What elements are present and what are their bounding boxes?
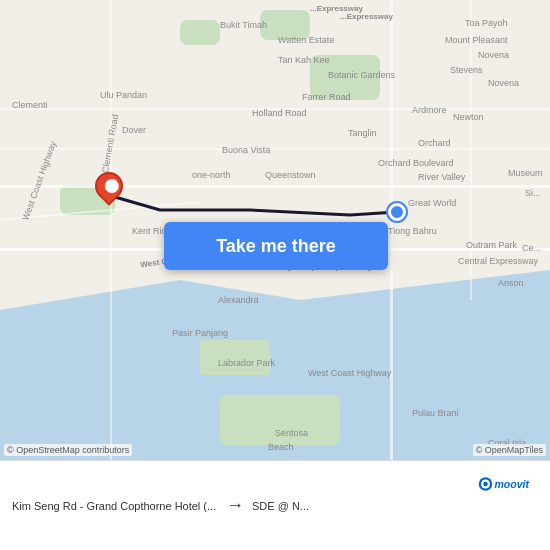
label-great-world: Great World — [408, 198, 456, 208]
omt-attribution: © OpenMapTiles — [473, 444, 546, 456]
label-si: Si... — [525, 188, 541, 198]
moovit-logo: moovit — [478, 469, 538, 499]
park-labrador — [200, 340, 270, 375]
park-sentosa — [220, 395, 340, 445]
label-mount-pleasant: Mount Pleasant — [445, 35, 508, 45]
pin-body — [89, 166, 129, 206]
logo-circle-dot — [483, 482, 488, 487]
label-ulu-pandan: Ulu Pandan — [100, 90, 147, 100]
label-novena2: Novena — [488, 78, 519, 88]
label-ardmore: Ardmore — [412, 105, 447, 115]
footer-arrow: → — [226, 495, 244, 516]
label-tiong-bahru: Tiong Bahru — [388, 226, 437, 236]
footer: Kim Seng Rd - Grand Copthorne Hotel (...… — [0, 460, 550, 550]
map-background: Bukit Timah Watten Estate Toa Payoh Moun… — [0, 0, 550, 460]
label-river-valley: River Valley — [418, 172, 465, 182]
label-one-north: one-north — [192, 170, 231, 180]
label-exp-top: ...Expressway — [310, 4, 363, 13]
footer-route: Kim Seng Rd - Grand Copthorne Hotel (...… — [12, 495, 538, 516]
label-orchard: Orchard — [418, 138, 451, 148]
park-botanic — [310, 55, 380, 100]
moovit-logo-svg: moovit — [478, 469, 538, 499]
svg-text:moovit: moovit — [495, 478, 530, 490]
label-queenstown: Queenstown — [265, 170, 316, 180]
label-exp-top2: ...Expressway — [340, 12, 393, 21]
map-container: Bukit Timah Watten Estate Toa Payoh Moun… — [0, 0, 550, 460]
footer-origin: Kim Seng Rd - Grand Copthorne Hotel (... — [12, 500, 218, 512]
osm-attribution: © OpenStreetMap contributors — [4, 444, 132, 456]
take-me-there-button[interactable]: Take me there — [164, 222, 388, 270]
label-novena: Novena — [478, 50, 509, 60]
park-west — [180, 20, 220, 45]
water-coast — [0, 260, 550, 340]
label-museum: Museum — [508, 168, 543, 178]
destination-marker — [95, 172, 123, 208]
origin-marker — [388, 203, 406, 221]
label-buona-vista: Buona Vista — [222, 145, 270, 155]
label-wch-side: West Coast Highway — [20, 140, 58, 222]
road-v3 — [470, 0, 472, 300]
pin-dot — [102, 176, 122, 196]
road-h2 — [0, 148, 550, 150]
road-v1 — [110, 0, 112, 460]
road-h1 — [0, 108, 550, 110]
footer-destination: SDE @ N... — [252, 500, 458, 512]
label-tanglin: Tanglin — [348, 128, 377, 138]
label-stevens: Stevens — [450, 65, 483, 75]
label-newton: Newton — [453, 112, 484, 122]
park-upper — [260, 10, 310, 40]
label-dover: Dover — [122, 125, 146, 135]
road-v2 — [390, 0, 393, 460]
road-h3 — [0, 185, 550, 188]
